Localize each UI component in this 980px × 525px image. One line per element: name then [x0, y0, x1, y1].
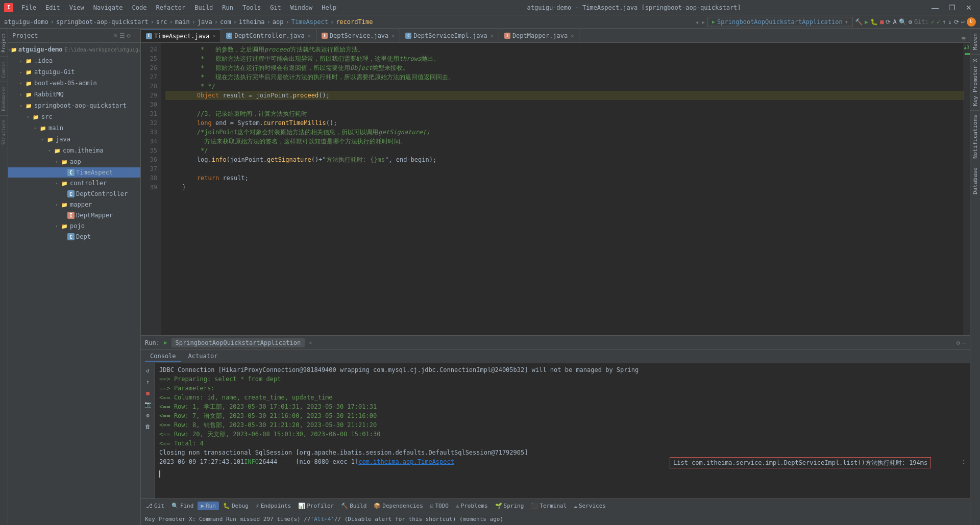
- git-undo-icon[interactable]: ↩: [961, 18, 965, 26]
- minimize-button[interactable]: —: [927, 3, 943, 13]
- toolbar-find[interactable]: 🔍 Find: [168, 502, 197, 510]
- tree-item-deptmapper[interactable]: I DeptMapper: [8, 210, 140, 220]
- nav-forward-icon[interactable]: ▸: [701, 18, 705, 26]
- run-config-tab[interactable]: SpringbootAopQuickstartApplication: [172, 338, 305, 347]
- menu-refactor[interactable]: Refactor: [152, 3, 189, 12]
- menu-view[interactable]: View: [65, 3, 88, 12]
- menu-build[interactable]: Build: [190, 3, 217, 12]
- toolbar-debug[interactable]: 🐛 Debug: [220, 502, 252, 510]
- tree-item-boot-web[interactable]: ▸ 📁 boot-web-05-admin: [8, 78, 140, 89]
- toolbar-problems[interactable]: ⚠ Problems: [453, 502, 491, 510]
- tree-item-main[interactable]: ▾ 📁 main: [8, 122, 140, 134]
- stop-icon[interactable]: ■: [880, 18, 884, 26]
- toolbar-dependencies[interactable]: 📦 Dependencies: [371, 502, 426, 510]
- nav-back-icon[interactable]: ◂: [695, 18, 699, 26]
- breadcrumb-itheima[interactable]: itheima: [239, 18, 265, 26]
- user-avatar[interactable]: U: [967, 17, 976, 27]
- project-close-icon[interactable]: —: [133, 32, 136, 39]
- breadcrumb-timeaspect[interactable]: TimeAspect: [291, 18, 328, 26]
- tab-deptserviceimpl[interactable]: C DeptServiceImpl.java ✕: [400, 29, 499, 42]
- console-config-icon[interactable]: ⚙: [143, 410, 153, 420]
- breadcrumb-java[interactable]: java: [198, 18, 212, 26]
- tree-item-rabbitmq[interactable]: ▸ 📁 RabbitMQ: [8, 89, 140, 100]
- tree-item-dept[interactable]: C Dept: [8, 232, 140, 242]
- translate-icon[interactable]: A: [893, 18, 896, 26]
- run-settings-icon[interactable]: ⚙: [957, 339, 960, 346]
- tree-item-git[interactable]: ▸ 📁 atguigu-Git: [8, 66, 140, 78]
- console-camera-icon[interactable]: 📷: [143, 399, 153, 409]
- tree-item-aop[interactable]: ▾ 📁 aop: [8, 156, 140, 167]
- toolbar-run[interactable]: ▶ Run: [198, 502, 219, 510]
- git-refresh-icon[interactable]: ⟳: [954, 18, 959, 26]
- tree-item-idea[interactable]: ▸ 📁 .idea: [8, 55, 140, 66]
- tab-close-icon[interactable]: ✕: [391, 33, 395, 39]
- git-push-icon[interactable]: ↑: [942, 18, 946, 26]
- close-button[interactable]: ✕: [962, 3, 976, 13]
- sidebar-item-commit[interactable]: Commit: [0, 57, 8, 82]
- tab-deptmapper[interactable]: I DeptMapper.java ✕: [499, 29, 579, 42]
- tabs-more-icon[interactable]: ≡: [958, 34, 970, 42]
- tab-timeaspect[interactable]: C TimeAspect.java ✕: [141, 29, 221, 42]
- breadcrumb-com[interactable]: com: [220, 18, 231, 26]
- side-tab-notifications[interactable]: Notifications: [970, 110, 980, 163]
- tree-item-controller[interactable]: ▾ 📁 controller: [8, 178, 140, 189]
- sidebar-item-bookmarks[interactable]: Bookmarks: [0, 82, 8, 115]
- toolbar-profiler[interactable]: 📊 Profiler: [295, 502, 337, 510]
- settings-icon[interactable]: ⚙: [909, 18, 912, 26]
- menu-help[interactable]: Help: [317, 3, 340, 12]
- menu-run[interactable]: Run: [218, 3, 237, 12]
- console-stop-icon[interactable]: ■: [143, 388, 153, 398]
- menu-code[interactable]: Code: [128, 3, 151, 12]
- git-pull-icon[interactable]: ↓: [948, 18, 952, 26]
- run-tab-close-icon[interactable]: ✕: [309, 340, 312, 345]
- breadcrumb-module[interactable]: springboot-aop-quickstart: [56, 18, 149, 26]
- tree-item-com-itheima[interactable]: ▾ 📁 com.itheima: [8, 145, 140, 156]
- console-tab-console[interactable]: Console: [145, 352, 181, 362]
- tab-deptservice[interactable]: I DeptService.java ✕: [316, 29, 401, 42]
- tree-item-pojo[interactable]: ▾ 📁 pojo: [8, 220, 140, 232]
- toolbar-git[interactable]: ⎇ Git: [143, 502, 167, 510]
- build-icon[interactable]: 🔨: [855, 18, 863, 26]
- toolbar-build[interactable]: 🔨 Build: [338, 502, 370, 510]
- breadcrumb-aop[interactable]: aop: [273, 18, 284, 26]
- breadcrumb-method[interactable]: recordTime: [336, 18, 373, 26]
- tree-item-src[interactable]: ▾ 📁 src: [8, 111, 140, 122]
- toolbar-todo[interactable]: ☑ TODO: [427, 502, 452, 510]
- run-config-selector[interactable]: ▶ SpringbootAopQuickstartApplication ▾: [707, 17, 853, 27]
- sidebar-item-project[interactable]: Project: [0, 29, 8, 57]
- tree-item-root[interactable]: ▾ 📁 atguigu-demo E:\idea-workspace\atgui…: [8, 44, 140, 55]
- menu-edit[interactable]: Edit: [41, 3, 64, 12]
- tree-item-timeaspect[interactable]: C TimeAspect: [8, 167, 140, 178]
- sync-icon[interactable]: ⟳: [886, 18, 891, 26]
- tree-item-deptcontroller[interactable]: C DeptController: [8, 189, 140, 199]
- breadcrumb-project[interactable]: atguigu-demo: [4, 18, 48, 26]
- console-rerun-icon[interactable]: ↺: [143, 365, 153, 376]
- toolbar-terminal[interactable]: ⬛ Terminal: [528, 502, 570, 510]
- breadcrumb-src[interactable]: src: [156, 18, 167, 26]
- toolbar-endpoints[interactable]: ⚡ Endpoints: [253, 502, 294, 510]
- toolbar-services[interactable]: ☁ Services: [571, 502, 609, 510]
- project-settings-icon[interactable]: ⚙: [127, 32, 131, 39]
- tab-deptcontroller[interactable]: C DeptController.java ✕: [221, 29, 316, 42]
- side-tab-keypromoter[interactable]: Key Promoter X: [970, 54, 980, 110]
- toolbar-spring[interactable]: 🌱 Spring: [492, 502, 527, 510]
- side-tab-maven[interactable]: Maven: [970, 29, 980, 54]
- sidebar-item-structure[interactable]: Structure: [0, 115, 8, 149]
- debug-icon[interactable]: 🐛: [870, 18, 878, 26]
- menu-window[interactable]: Window: [286, 3, 316, 12]
- run-minimize-icon[interactable]: —: [962, 339, 966, 346]
- console-tab-actuator[interactable]: Actuator: [183, 352, 223, 362]
- menu-git[interactable]: Git: [266, 3, 285, 12]
- git-status-icon[interactable]: ✓: [937, 18, 940, 26]
- tab-close-icon[interactable]: ✕: [308, 33, 311, 39]
- project-collapse-icon[interactable]: ☰: [119, 32, 125, 39]
- tab-close-icon[interactable]: ✕: [212, 33, 215, 39]
- tab-close-icon[interactable]: ✕: [491, 33, 494, 39]
- project-locate-icon[interactable]: ⊕: [113, 32, 117, 39]
- run-config-dropdown-icon[interactable]: ▾: [845, 18, 848, 26]
- maximize-button[interactable]: ❐: [945, 3, 960, 13]
- breadcrumb-main[interactable]: main: [175, 18, 190, 26]
- menu-navigate[interactable]: Navigate: [89, 3, 127, 12]
- tab-close-icon[interactable]: ✕: [571, 33, 574, 39]
- tree-item-mapper[interactable]: ▾ 📁 mapper: [8, 199, 140, 210]
